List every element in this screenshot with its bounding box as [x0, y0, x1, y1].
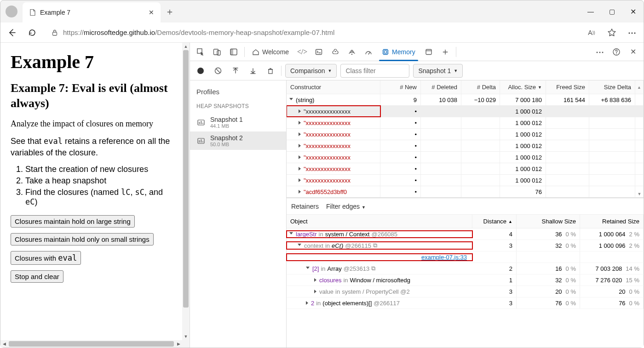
- baseline-select[interactable]: Snapshot 1▼: [413, 64, 463, 78]
- retainer-row[interactable]: [2] in Array @253613 ⧉2160 %7 003 20814 …: [287, 263, 644, 274]
- elements-icon[interactable]: </>: [294, 44, 310, 60]
- tab-welcome[interactable]: Welcome: [247, 43, 293, 61]
- grid-header: Constructor # New # Deleted # Delta Allo…: [287, 80, 644, 94]
- profile-avatar[interactable]: [0, 0, 23, 23]
- snapshot-item-2[interactable]: Snapshot 250.0 MB: [190, 131, 286, 150]
- col-object[interactable]: Object: [287, 215, 472, 228]
- retainer-row[interactable]: context in eC() @266115 ⧉3320 %1 000 096…: [287, 240, 644, 251]
- vertical-scrollbar[interactable]: ▲ ▼: [182, 43, 190, 348]
- profiles-pane: Profiles HEAP SNAPSHOTS Snapshot 144.1 M…: [190, 80, 287, 348]
- url-text: https://microsoftedge.github.io/Demos/de…: [63, 29, 334, 36]
- device-toggle-icon[interactable]: [209, 44, 225, 60]
- favorite-button[interactable]: [605, 26, 619, 40]
- snapshot-item-1[interactable]: Snapshot 144.1 MB: [190, 113, 286, 131]
- grid-row[interactable]: (string)910 038−10 0297 000 180161 544+6…: [287, 94, 644, 106]
- more-button[interactable]: ⋯: [625, 26, 639, 40]
- grid-row[interactable]: "acdf6552d3bff0•76: [287, 186, 644, 198]
- grid-row[interactable]: "xxxxxxxxxxxxxxx•1 000 012: [287, 163, 644, 175]
- application-icon[interactable]: [421, 44, 437, 60]
- page-steps: Start the creation of new closures Take …: [25, 165, 172, 207]
- svg-rect-10: [385, 51, 387, 53]
- lock-icon: [51, 29, 58, 36]
- retainer-row[interactable]: example-07.js:33: [287, 251, 644, 263]
- page-icon: [29, 9, 36, 16]
- back-button[interactable]: [5, 26, 19, 40]
- page-p2: See that eval retains a reference on all…: [11, 136, 172, 158]
- refresh-button[interactable]: [25, 26, 39, 40]
- col-distance[interactable]: Distance: [472, 215, 517, 228]
- profiles-subheader: HEAP SNAPSHOTS: [190, 101, 286, 113]
- grid-row[interactable]: "xxxxxxxxxxxxxxx•1 000 012: [287, 175, 644, 186]
- tab-close-icon[interactable]: ✕: [149, 9, 154, 16]
- col-constructor[interactable]: Constructor: [287, 80, 380, 94]
- col-alloc-size[interactable]: Alloc. Size: [500, 80, 546, 94]
- grid-row[interactable]: "xxxxxxxxxxxxxxx•1 000 012: [287, 129, 644, 140]
- load-up-icon[interactable]: [229, 64, 242, 78]
- filter-edges[interactable]: Filter edges ▼: [326, 203, 366, 210]
- grid-row[interactable]: "xxxxxxxxxxxxxxx•1 000 012: [287, 152, 644, 163]
- retainer-row[interactable]: closures in Window / microsoftedg1320 %7…: [287, 274, 644, 286]
- devtools-more-icon[interactable]: ⋯: [592, 44, 608, 60]
- devtools-tabbar: Welcome </> Memory ＋ ⋯ ✕: [190, 43, 644, 61]
- horizontal-scrollbar[interactable]: ◀ ▶: [0, 340, 182, 348]
- svg-rect-5: [230, 49, 233, 55]
- class-filter-input[interactable]: [340, 64, 409, 78]
- col-shallow[interactable]: Shallow Size: [517, 215, 580, 228]
- record-button[interactable]: [194, 64, 207, 78]
- close-window-button[interactable]: ✕: [622, 0, 644, 23]
- retainer-row[interactable]: 2 in (object elements)[] @2661173760 %76…: [287, 297, 644, 309]
- retainer-row[interactable]: value in system / PropertyCell @23200 %2…: [287, 286, 644, 297]
- grid-row[interactable]: "xxxxxxxxxxxxxxx•1 000 012: [287, 106, 644, 117]
- svg-point-13: [616, 53, 617, 54]
- source-link[interactable]: example-07.js:33: [421, 254, 467, 261]
- btn-eval[interactable]: Closures with eval: [11, 251, 81, 265]
- snapshot-icon: [196, 136, 206, 145]
- svg-rect-6: [316, 49, 322, 54]
- read-aloud-icon[interactable]: A)): [585, 26, 598, 40]
- console-icon[interactable]: [311, 44, 327, 60]
- new-tab-button[interactable]: ＋: [161, 0, 179, 23]
- network-icon[interactable]: [344, 44, 360, 60]
- grid-row[interactable]: "xxxxxxxxxxxxxxx•1 000 012: [287, 140, 644, 152]
- svg-rect-9: [383, 50, 388, 54]
- inspect-element-icon[interactable]: [193, 44, 208, 60]
- col-freed-size[interactable]: Freed Size: [546, 80, 589, 94]
- help-icon[interactable]: [609, 44, 624, 60]
- col-delta[interactable]: # Delta: [461, 80, 500, 94]
- address-bar: https://microsoftedge.github.io/Demos/de…: [0, 23, 644, 43]
- btn-small-strings[interactable]: Closures maintain hold only on small str…: [11, 233, 154, 245]
- add-tab-icon[interactable]: ＋: [437, 44, 453, 60]
- performance-icon[interactable]: [361, 44, 376, 60]
- save-down-icon[interactable]: [246, 64, 260, 78]
- clear-button[interactable]: [211, 64, 225, 78]
- retainers-header: Object Distance Shallow Size Retained Si…: [287, 215, 644, 228]
- dock-icon[interactable]: [226, 44, 242, 60]
- page-h1: Example 7: [11, 51, 172, 73]
- btn-stop-clear[interactable]: Stop and clear: [11, 270, 63, 283]
- url-field[interactable]: https://microsoftedge.github.io/Demos/de…: [46, 25, 578, 40]
- btn-large-string[interactable]: Closures maintain hold on large string: [11, 215, 135, 228]
- retainers-bar: Retainers Filter edges ▼: [287, 198, 644, 215]
- col-deleted[interactable]: # Deleted: [421, 80, 461, 94]
- tab-memory[interactable]: Memory: [377, 43, 420, 61]
- grid-scroll-down[interactable]: ▼: [635, 190, 644, 198]
- retainer-row[interactable]: largeStr in system / Context @2660854360…: [287, 228, 644, 240]
- col-scroll-up[interactable]: ▲: [635, 80, 644, 94]
- gc-icon[interactable]: [264, 64, 277, 78]
- svg-rect-11: [426, 49, 431, 54]
- maximize-button[interactable]: ▢: [601, 0, 622, 23]
- sources-icon[interactable]: [328, 44, 343, 60]
- tab-title: Example 7: [40, 9, 145, 16]
- memory-toolbar: Comparison▼ Snapshot 1▼: [190, 61, 644, 80]
- col-new[interactable]: # New: [380, 80, 421, 94]
- grid-row[interactable]: "xxxxxxxxxxxxxxx•1 000 012: [287, 117, 644, 129]
- view-select[interactable]: Comparison▼: [285, 64, 337, 78]
- browser-tab[interactable]: Example 7 ✕: [23, 2, 161, 23]
- col-size-delta[interactable]: Size Delta: [589, 80, 635, 94]
- minimize-button[interactable]: —: [580, 0, 601, 23]
- close-devtools-icon[interactable]: ✕: [625, 44, 641, 60]
- col-retained[interactable]: Retained Size: [580, 215, 644, 228]
- svg-point-7: [335, 51, 336, 51]
- svg-rect-2: [214, 49, 218, 55]
- retainers-tab[interactable]: Retainers: [291, 203, 319, 210]
